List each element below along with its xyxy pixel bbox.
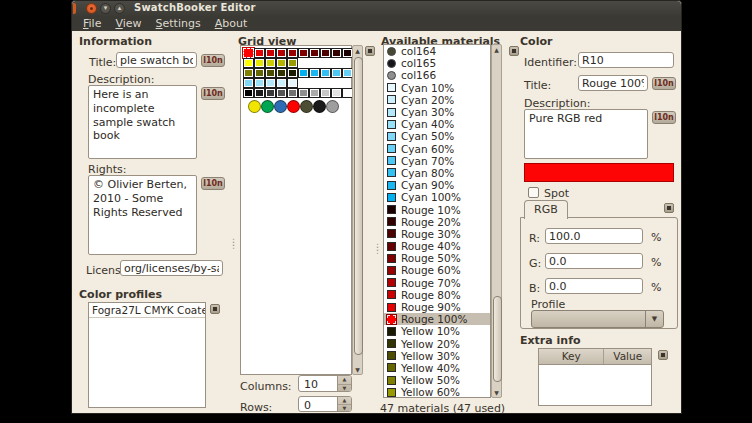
grid-swatch[interactable]	[254, 68, 265, 78]
material-item[interactable]: Cyan 20%	[384, 94, 490, 106]
grid-circle-swatch[interactable]	[326, 100, 339, 113]
material-item[interactable]: Yellow 60%	[384, 386, 490, 398]
grid-swatch[interactable]	[243, 88, 254, 98]
scroll-down-icon[interactable]: ▼	[353, 365, 362, 374]
grid-swatch[interactable]	[320, 48, 331, 58]
rights-l10n-button[interactable]: l10n	[201, 177, 225, 190]
material-item[interactable]: Cyan 80%	[384, 167, 490, 179]
grid-swatch[interactable]	[287, 88, 298, 98]
materials-scrollbar-thumb[interactable]	[493, 296, 502, 382]
grid-swatch[interactable]	[320, 88, 331, 98]
profile-dropdown[interactable]: ▼	[531, 310, 664, 328]
grid-scrollbar-thumb[interactable]	[354, 57, 363, 355]
splitter-grip[interactable]: ⋮⋮	[229, 241, 238, 247]
grid-circle-swatch[interactable]	[300, 100, 313, 113]
material-item[interactable]: Rouge 100%	[384, 313, 490, 325]
material-item[interactable]: Rouge 30%	[384, 228, 490, 240]
swatch-grid[interactable]	[240, 45, 352, 375]
grid-swatch[interactable]	[254, 88, 265, 98]
maximize-icon[interactable]: ▴	[114, 3, 125, 14]
grid-swatch[interactable]	[254, 78, 265, 88]
spot-checkbox[interactable]	[528, 187, 539, 198]
materials-scrollbar[interactable]: ▲ ▼	[491, 44, 502, 398]
spin-down-icon[interactable]: ▼	[338, 405, 351, 412]
color-values-options-icon[interactable]	[664, 203, 674, 213]
material-item[interactable]: Rouge 40%	[384, 240, 490, 252]
grid-circle-swatch[interactable]	[248, 100, 261, 113]
grid-swatch[interactable]	[276, 68, 287, 78]
profiles-options-icon[interactable]	[210, 304, 220, 314]
color-title-input[interactable]	[578, 75, 648, 91]
material-item[interactable]: Cyan 30%	[384, 106, 490, 118]
scroll-up-icon[interactable]: ▲	[353, 46, 362, 55]
grid-swatch[interactable]	[287, 58, 298, 68]
color-description-input[interactable]: Pure RGB red	[524, 109, 648, 159]
grid-swatch[interactable]	[287, 48, 298, 58]
material-item[interactable]: Rouge 20%	[384, 216, 490, 228]
material-item[interactable]: Rouge 80%	[384, 289, 490, 301]
grid-swatch[interactable]	[320, 68, 331, 78]
spin-down-icon[interactable]: ▼	[338, 385, 351, 393]
material-item[interactable]: Yellow 30%	[384, 350, 490, 362]
grid-swatch[interactable]	[276, 58, 287, 68]
grid-swatch[interactable]	[287, 68, 298, 78]
book-description-input[interactable]: Here is an incomplete sample swatch book	[88, 85, 197, 159]
rows-input[interactable]	[302, 398, 338, 413]
grid-options-icon[interactable]	[365, 46, 375, 56]
columns-spin-buttons[interactable]: ▲▼	[337, 376, 351, 391]
grid-swatch[interactable]	[309, 88, 320, 98]
titlebar[interactable]: ▾ ▴ SwatchBooker Editor	[72, 1, 681, 16]
grid-swatch[interactable]	[265, 58, 276, 68]
grid-swatch[interactable]	[265, 78, 276, 88]
menu-about[interactable]: About	[208, 17, 255, 30]
material-item[interactable]: Cyan 100%	[384, 191, 490, 203]
material-item[interactable]: Yellow 50%	[384, 374, 490, 386]
menu-settings[interactable]: Settings	[149, 17, 208, 30]
scroll-up-icon[interactable]: ▲	[492, 45, 501, 54]
grid-circle-swatch[interactable]	[313, 100, 326, 113]
grid-swatch[interactable]	[243, 48, 254, 58]
grid-swatch[interactable]	[298, 68, 309, 78]
license-input[interactable]	[120, 260, 223, 276]
material-item[interactable]: col165	[384, 57, 490, 69]
grid-swatch[interactable]	[331, 68, 342, 78]
material-item[interactable]: Cyan 90%	[384, 179, 490, 191]
material-item[interactable]: Yellow 20%	[384, 338, 490, 350]
menu-view[interactable]: View	[108, 17, 148, 30]
material-item[interactable]: Yellow 10%	[384, 325, 490, 337]
tab-rgb[interactable]: RGB	[524, 200, 568, 219]
grid-swatch[interactable]	[331, 48, 342, 58]
materials-list[interactable]: col164col165col166Cyan 10%Cyan 20%Cyan 3…	[383, 44, 491, 398]
material-item[interactable]: Rouge 50%	[384, 252, 490, 264]
material-item[interactable]: Rouge 90%	[384, 301, 490, 313]
book-title-input[interactable]	[116, 52, 197, 68]
menu-file[interactable]: File	[76, 17, 108, 30]
grid-swatch[interactable]	[265, 68, 276, 78]
channel-value-input[interactable]	[545, 278, 643, 294]
title-l10n-button[interactable]: l10n	[201, 54, 225, 67]
grid-swatch[interactable]	[265, 48, 276, 58]
description-l10n-button[interactable]: l10n	[201, 87, 225, 100]
grid-swatch[interactable]	[254, 48, 265, 58]
channel-value-input[interactable]	[545, 228, 643, 244]
color-profiles-list[interactable]: Fogra27L CMYK Coated Pr...	[88, 302, 206, 408]
grid-scrollbar[interactable]: ▲ ▼	[352, 45, 363, 375]
material-item[interactable]: col164	[384, 45, 490, 57]
grid-circle-swatch[interactable]	[287, 100, 300, 113]
grid-swatch[interactable]	[243, 68, 254, 78]
extra-info-options-icon[interactable]	[658, 350, 668, 360]
spin-up-icon[interactable]: ▲	[338, 397, 351, 405]
material-item[interactable]: Cyan 60%	[384, 143, 490, 155]
grid-swatch[interactable]	[243, 58, 254, 68]
grid-swatch[interactable]	[309, 48, 320, 58]
material-item[interactable]: Rouge 10%	[384, 203, 490, 215]
grid-swatch[interactable]	[243, 78, 254, 88]
grid-swatch[interactable]	[298, 48, 309, 58]
channel-value-input[interactable]	[545, 253, 643, 269]
grid-swatch[interactable]	[265, 88, 276, 98]
rows-stepper[interactable]: ▲▼	[298, 396, 352, 412]
scroll-down-icon[interactable]: ▼	[492, 388, 501, 397]
minimize-icon[interactable]: ▾	[100, 3, 111, 14]
color-profile-item[interactable]: Fogra27L CMYK Coated Pr...	[89, 303, 205, 318]
materials-options-icon[interactable]	[509, 46, 519, 56]
